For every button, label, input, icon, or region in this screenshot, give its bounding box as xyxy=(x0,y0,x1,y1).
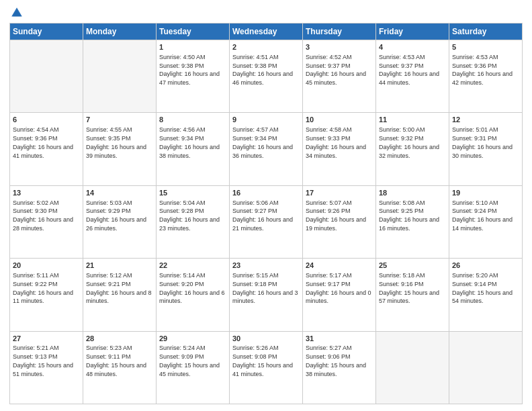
day-info: Sunrise: 5:21 AM Sunset: 9:13 PM Dayligh… xyxy=(13,345,73,377)
day-info: Sunrise: 5:20 AM Sunset: 9:14 PM Dayligh… xyxy=(452,272,513,304)
weekday-header-saturday: Saturday xyxy=(449,24,523,40)
calendar-cell: 23Sunrise: 5:15 AM Sunset: 9:18 PM Dayli… xyxy=(230,259,303,331)
day-number: 3 xyxy=(306,42,373,52)
day-number: 16 xyxy=(232,188,300,198)
calendar-cell: 24Sunrise: 5:17 AM Sunset: 9:17 PM Dayli… xyxy=(303,259,376,331)
day-info: Sunrise: 4:55 AM Sunset: 9:35 PM Dayligh… xyxy=(86,126,146,158)
day-number: 19 xyxy=(452,188,519,198)
day-number: 10 xyxy=(306,115,373,125)
weekday-header-tuesday: Tuesday xyxy=(157,24,230,40)
day-number: 7 xyxy=(86,115,153,125)
day-number: 14 xyxy=(86,188,153,198)
day-info: Sunrise: 5:17 AM Sunset: 9:17 PM Dayligh… xyxy=(306,272,371,304)
day-number: 2 xyxy=(232,42,300,52)
week-row-1: 1Sunrise: 4:50 AM Sunset: 9:38 PM Daylig… xyxy=(10,40,523,113)
day-info: Sunrise: 5:14 AM Sunset: 9:20 PM Dayligh… xyxy=(159,272,225,304)
calendar-cell: 25Sunrise: 5:18 AM Sunset: 9:16 PM Dayli… xyxy=(376,259,449,331)
day-number: 17 xyxy=(306,188,373,198)
week-row-4: 20Sunrise: 5:11 AM Sunset: 9:22 PM Dayli… xyxy=(10,259,523,331)
day-info: Sunrise: 5:02 AM Sunset: 9:30 PM Dayligh… xyxy=(13,199,73,232)
calendar-cell: 20Sunrise: 5:11 AM Sunset: 9:22 PM Dayli… xyxy=(10,259,83,331)
day-info: Sunrise: 4:53 AM Sunset: 9:37 PM Dayligh… xyxy=(379,54,439,86)
calendar-cell: 21Sunrise: 5:12 AM Sunset: 9:21 PM Dayli… xyxy=(83,259,157,331)
weekday-header-wednesday: Wednesday xyxy=(230,24,303,40)
day-number: 21 xyxy=(86,261,153,271)
calendar-cell: 7Sunrise: 4:55 AM Sunset: 9:35 PM Daylig… xyxy=(83,113,157,185)
calendar-cell: 27Sunrise: 5:21 AM Sunset: 9:13 PM Dayli… xyxy=(10,331,83,404)
calendar-cell xyxy=(449,331,523,404)
calendar-cell: 13Sunrise: 5:02 AM Sunset: 9:30 PM Dayli… xyxy=(10,185,83,258)
calendar-cell xyxy=(83,40,157,113)
day-info: Sunrise: 5:12 AM Sunset: 9:21 PM Dayligh… xyxy=(86,272,152,304)
day-number: 24 xyxy=(306,261,373,271)
weekday-header-row: SundayMondayTuesdayWednesdayThursdayFrid… xyxy=(10,24,523,40)
day-number: 13 xyxy=(13,188,80,198)
calendar-cell: 19Sunrise: 5:10 AM Sunset: 9:24 PM Dayli… xyxy=(449,185,523,258)
calendar-cell: 30Sunrise: 5:26 AM Sunset: 9:08 PM Dayli… xyxy=(230,331,303,404)
day-number: 22 xyxy=(159,261,226,271)
day-number: 5 xyxy=(452,42,519,52)
day-number: 20 xyxy=(13,261,80,271)
calendar-cell: 16Sunrise: 5:06 AM Sunset: 9:27 PM Dayli… xyxy=(230,185,303,258)
day-number: 8 xyxy=(159,115,226,125)
calendar-cell: 4Sunrise: 4:53 AM Sunset: 9:37 PM Daylig… xyxy=(376,40,449,113)
weekday-header-sunday: Sunday xyxy=(10,24,83,40)
day-number: 1 xyxy=(159,42,226,52)
calendar-cell: 12Sunrise: 5:01 AM Sunset: 9:31 PM Dayli… xyxy=(449,113,523,185)
day-info: Sunrise: 5:03 AM Sunset: 9:29 PM Dayligh… xyxy=(86,199,146,232)
calendar-cell: 5Sunrise: 4:53 AM Sunset: 9:36 PM Daylig… xyxy=(449,40,523,113)
day-info: Sunrise: 4:56 AM Sunset: 9:34 PM Dayligh… xyxy=(159,126,220,158)
calendar-cell: 6Sunrise: 4:54 AM Sunset: 9:36 PM Daylig… xyxy=(10,113,83,185)
weekday-header-friday: Friday xyxy=(376,24,449,40)
calendar-cell: 1Sunrise: 4:50 AM Sunset: 9:38 PM Daylig… xyxy=(157,40,230,113)
day-info: Sunrise: 5:06 AM Sunset: 9:27 PM Dayligh… xyxy=(232,199,293,232)
calendar-cell: 15Sunrise: 5:04 AM Sunset: 9:28 PM Dayli… xyxy=(157,185,230,258)
day-info: Sunrise: 5:00 AM Sunset: 9:32 PM Dayligh… xyxy=(379,126,439,158)
day-number: 18 xyxy=(379,188,446,198)
week-row-2: 6Sunrise: 4:54 AM Sunset: 9:36 PM Daylig… xyxy=(10,113,523,185)
day-info: Sunrise: 5:15 AM Sunset: 9:18 PM Dayligh… xyxy=(232,272,298,304)
week-row-3: 13Sunrise: 5:02 AM Sunset: 9:30 PM Dayli… xyxy=(10,185,523,258)
calendar-cell: 11Sunrise: 5:00 AM Sunset: 9:32 PM Dayli… xyxy=(376,113,449,185)
day-info: Sunrise: 4:50 AM Sunset: 9:38 PM Dayligh… xyxy=(159,54,220,86)
day-number: 29 xyxy=(159,334,226,344)
day-info: Sunrise: 4:52 AM Sunset: 9:37 PM Dayligh… xyxy=(306,54,366,86)
day-number: 30 xyxy=(232,334,300,344)
day-info: Sunrise: 5:04 AM Sunset: 9:28 PM Dayligh… xyxy=(159,199,220,232)
day-number: 11 xyxy=(379,115,446,125)
day-info: Sunrise: 5:07 AM Sunset: 9:26 PM Dayligh… xyxy=(306,199,366,232)
day-number: 25 xyxy=(379,261,446,271)
day-number: 6 xyxy=(13,115,80,125)
header xyxy=(9,7,523,19)
day-info: Sunrise: 4:54 AM Sunset: 9:36 PM Dayligh… xyxy=(13,126,73,158)
day-info: Sunrise: 5:08 AM Sunset: 9:25 PM Dayligh… xyxy=(379,199,439,232)
day-number: 12 xyxy=(452,115,519,125)
calendar-cell: 14Sunrise: 5:03 AM Sunset: 9:29 PM Dayli… xyxy=(83,185,157,258)
day-info: Sunrise: 4:58 AM Sunset: 9:33 PM Dayligh… xyxy=(306,126,366,158)
logo xyxy=(9,7,24,19)
day-info: Sunrise: 5:10 AM Sunset: 9:24 PM Dayligh… xyxy=(452,199,513,232)
page: SundayMondayTuesdayWednesdayThursdayFrid… xyxy=(0,0,532,411)
day-number: 26 xyxy=(452,261,519,271)
day-number: 23 xyxy=(232,261,300,271)
day-info: Sunrise: 5:18 AM Sunset: 9:16 PM Dayligh… xyxy=(379,272,439,304)
week-row-5: 27Sunrise: 5:21 AM Sunset: 9:13 PM Dayli… xyxy=(10,331,523,404)
calendar-cell: 31Sunrise: 5:27 AM Sunset: 9:06 PM Dayli… xyxy=(303,331,376,404)
day-info: Sunrise: 5:01 AM Sunset: 9:31 PM Dayligh… xyxy=(452,126,513,158)
weekday-header-monday: Monday xyxy=(83,24,157,40)
calendar-cell: 3Sunrise: 4:52 AM Sunset: 9:37 PM Daylig… xyxy=(303,40,376,113)
calendar-cell: 29Sunrise: 5:24 AM Sunset: 9:09 PM Dayli… xyxy=(157,331,230,404)
day-info: Sunrise: 5:27 AM Sunset: 9:06 PM Dayligh… xyxy=(306,345,366,377)
day-number: 15 xyxy=(159,188,226,198)
calendar-cell: 17Sunrise: 5:07 AM Sunset: 9:26 PM Dayli… xyxy=(303,185,376,258)
day-info: Sunrise: 4:51 AM Sunset: 9:38 PM Dayligh… xyxy=(232,54,293,86)
day-info: Sunrise: 5:11 AM Sunset: 9:22 PM Dayligh… xyxy=(13,272,73,304)
calendar-cell: 28Sunrise: 5:23 AM Sunset: 9:11 PM Dayli… xyxy=(83,331,157,404)
day-info: Sunrise: 5:24 AM Sunset: 9:09 PM Dayligh… xyxy=(159,345,220,377)
calendar-cell xyxy=(376,331,449,404)
weekday-header-thursday: Thursday xyxy=(303,24,376,40)
day-number: 31 xyxy=(306,334,373,344)
calendar-cell: 2Sunrise: 4:51 AM Sunset: 9:38 PM Daylig… xyxy=(230,40,303,113)
day-number: 27 xyxy=(13,334,80,344)
day-info: Sunrise: 5:26 AM Sunset: 9:08 PM Dayligh… xyxy=(232,345,293,377)
